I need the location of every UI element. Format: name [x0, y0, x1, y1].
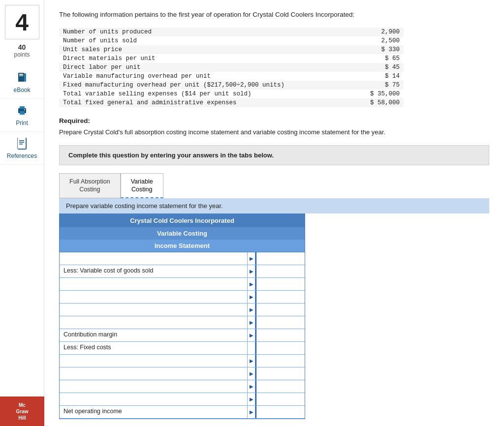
- required-text: Prepare Crystal Cold's full absorption c…: [59, 127, 489, 137]
- income-title: Variable Costing: [60, 227, 305, 240]
- arrow-9: ▶: [248, 380, 255, 393]
- svg-rect-1: [19, 74, 23, 75]
- sidebar-item-print[interactable]: Print: [0, 99, 44, 132]
- data-label: Fixed manufacturing overhead per unit ($…: [59, 81, 353, 90]
- income-company: Crystal Cold Coolers Incorporated: [60, 214, 305, 227]
- arrow-2: ▶: [248, 265, 255, 277]
- data-table-row: Number of units sold2,500: [59, 36, 404, 45]
- data-table: Number of units produced2,900Number of u…: [59, 28, 404, 107]
- svg-rect-7: [24, 109, 25, 110]
- mcgraw-hill-logo: Mc Graw Hill: [0, 396, 44, 426]
- arrow-10: ▶: [248, 393, 255, 405]
- income-input-5[interactable]: [255, 304, 305, 316]
- income-subtitle: Income Statement: [60, 240, 305, 252]
- income-row-10: ▶: [60, 393, 305, 406]
- tab-variable-costing[interactable]: VariableCosting: [121, 173, 163, 199]
- income-input-10[interactable]: [255, 393, 305, 405]
- income-input-6[interactable]: [255, 316, 305, 329]
- income-input-9[interactable]: [255, 380, 305, 393]
- svg-rect-6: [20, 111, 25, 115]
- arrow-7: ▶: [248, 355, 255, 367]
- income-input-3[interactable]: [255, 278, 305, 290]
- sidebar-item-references[interactable]: References: [0, 132, 44, 165]
- income-input-1[interactable]: [255, 252, 305, 265]
- income-row-net: Net operating income ▶: [60, 406, 305, 419]
- data-value: $ 75: [353, 81, 404, 90]
- income-label-fixed: Less: Fixed costs: [60, 342, 248, 354]
- arrow-contribution: ▶: [248, 329, 255, 341]
- points-value: 40: [14, 43, 30, 51]
- data-table-row: Unit sales price$ 330: [59, 45, 404, 54]
- sidebar: 4 40 points eBook: [0, 0, 44, 426]
- data-value: $ 65: [353, 54, 404, 63]
- svg-rect-14: [19, 144, 23, 145]
- income-label-net: Net operating income: [60, 406, 248, 418]
- points-label: 40 points: [14, 43, 30, 58]
- income-input-net[interactable]: [255, 406, 305, 418]
- income-row-5: ▶: [60, 304, 305, 316]
- mcgraw-text: Mc Graw Hill: [16, 402, 28, 421]
- data-table-row: Total fixed general and administrative e…: [59, 98, 404, 107]
- data-table-row: Fixed manufacturing overhead per unit ($…: [59, 81, 404, 90]
- references-icon: [15, 137, 29, 151]
- data-value: $ 45: [353, 63, 404, 72]
- arrow-fixed: [248, 342, 255, 354]
- income-row-3: ▶: [60, 278, 305, 291]
- question-number-box: 4: [5, 5, 39, 39]
- data-value: $ 14: [353, 72, 404, 81]
- arrow-1: ▶: [248, 252, 255, 265]
- data-value: 2,500: [353, 36, 404, 45]
- question-number: 4: [15, 9, 29, 36]
- income-input-4[interactable]: [255, 291, 305, 303]
- svg-rect-11: [18, 138, 26, 149]
- income-table-wrapper: Crystal Cold Coolers Incorporated Variab…: [59, 213, 305, 419]
- data-table-row: Direct materials per unit$ 65: [59, 54, 404, 63]
- income-input-2[interactable]: [255, 265, 305, 277]
- income-input-contribution[interactable]: [255, 329, 305, 341]
- arrow-6: ▶: [248, 316, 255, 329]
- income-label-10: [60, 393, 248, 405]
- arrow-4: ▶: [248, 291, 255, 303]
- data-value: 2,900: [353, 28, 404, 36]
- data-value: $ 35,000: [353, 90, 404, 98]
- data-label: Variable manufacturing overhead per unit: [59, 72, 353, 81]
- data-table-row: Number of units produced2,900: [59, 28, 404, 36]
- income-row-contribution: Contribution margin ▶: [60, 329, 305, 342]
- income-label-4: [60, 291, 248, 303]
- instructions-box: Complete this question by entering your …: [59, 145, 489, 165]
- data-label: Direct labor per unit: [59, 63, 353, 72]
- income-label-6: [60, 316, 248, 329]
- data-table-row: Variable manufacturing overhead per unit…: [59, 72, 404, 81]
- data-label: Number of units produced: [59, 28, 353, 36]
- arrow-8: ▶: [248, 367, 255, 380]
- income-value-fixed: [255, 342, 305, 354]
- ebook-label: eBook: [13, 87, 30, 93]
- data-label: Total fixed general and administrative e…: [59, 98, 353, 107]
- instructions-text: Complete this question by entering your …: [68, 152, 274, 159]
- income-label-2: Less: Variable cost of goods sold: [60, 265, 248, 277]
- data-label: Direct materials per unit: [59, 54, 353, 63]
- income-input-7[interactable]: [255, 355, 305, 367]
- content-area: The following information pertains to th…: [44, 0, 504, 426]
- svg-rect-12: [19, 140, 24, 141]
- prepare-bar: Prepare variable costing income statemen…: [59, 198, 489, 213]
- income-label-5: [60, 304, 248, 316]
- income-row-fixed-label: Less: Fixed costs: [60, 342, 305, 355]
- income-label-7: [60, 355, 248, 367]
- data-label: Number of units sold: [59, 36, 353, 45]
- tab-full-absorption[interactable]: Full AbsorptionCosting: [59, 173, 121, 199]
- svg-rect-13: [19, 142, 24, 143]
- data-value: $ 58,000: [353, 98, 404, 107]
- income-input-8[interactable]: [255, 367, 305, 380]
- book-icon: [15, 71, 29, 85]
- income-label-8: [60, 367, 248, 380]
- income-row-9: ▶: [60, 380, 305, 393]
- points-text: points: [14, 51, 30, 58]
- references-label: References: [7, 152, 37, 159]
- income-row-2: Less: Variable cost of goods sold ▶: [60, 265, 305, 278]
- income-label-1: [60, 252, 248, 265]
- svg-rect-2: [19, 75, 23, 76]
- data-value: $ 330: [353, 45, 404, 54]
- sidebar-item-ebook[interactable]: eBook: [0, 66, 44, 99]
- arrow-net: ▶: [248, 406, 255, 418]
